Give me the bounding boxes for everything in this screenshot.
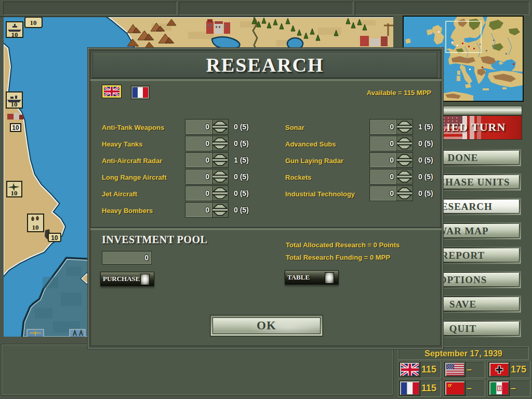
svg-text:10: 10: [11, 100, 18, 108]
svg-text:10: 10: [11, 31, 18, 38]
svg-text:10: 10: [32, 223, 39, 231]
svg-text:10: 10: [11, 189, 18, 197]
svg-text:10: 10: [51, 234, 58, 242]
svg-text:10: 10: [30, 19, 37, 26]
svg-text:10: 10: [12, 124, 19, 131]
